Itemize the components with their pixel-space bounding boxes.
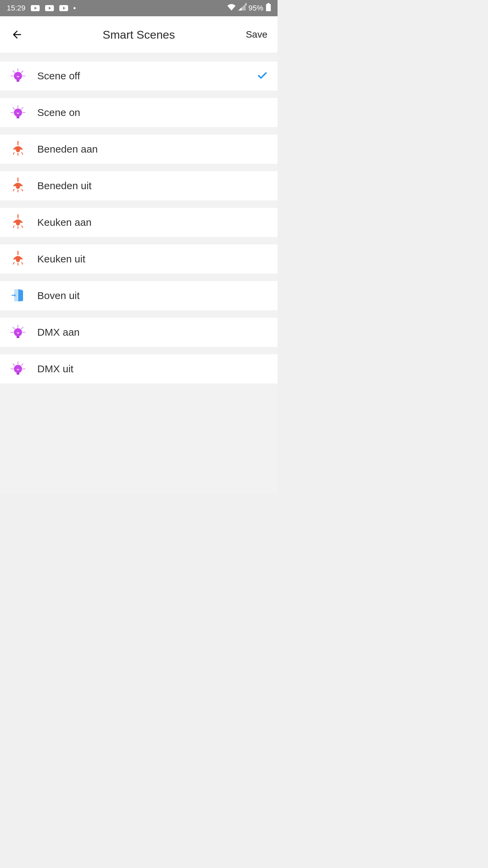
scene-label: Scene on [37,107,80,118]
lamp-orange-icon [9,214,26,231]
lamp-orange-icon [9,251,26,268]
arrow-left-icon [11,28,23,41]
scene-label: Beneden uit [37,180,92,192]
youtube-icon [59,5,68,11]
svg-rect-0 [267,3,269,4]
empty-space [0,383,278,494]
header: Smart Scenes Save [0,16,278,53]
scene-label: Beneden aan [37,143,98,155]
scene-row[interactable]: Boven uit [0,281,278,310]
scene-label: DMX aan [37,327,80,338]
status-bar: 15:29 x 95% [0,0,278,16]
battery-icon [266,3,271,13]
back-button[interactable] [10,28,24,41]
bulb-purple-icon [9,324,26,341]
lamp-orange-icon [9,177,26,194]
door-blue-icon [9,287,26,304]
lamp-orange-icon [9,141,26,158]
scene-row[interactable]: DMX uit [0,354,278,383]
scene-label: DMX uit [37,363,74,375]
cellular-icon: x [238,4,246,13]
scene-label: Keuken uit [37,253,85,265]
page-title: Smart Scenes [103,28,175,41]
scene-label: Scene off [37,70,80,82]
scene-row[interactable]: DMX aan [0,318,278,347]
scene-list: Scene offScene onBeneden aanBeneden uitK… [0,61,278,383]
scene-row[interactable]: Scene on [0,98,278,127]
battery-percent: 95% [248,4,263,13]
list-top-gap [0,53,278,61]
scene-row[interactable]: Beneden aan [0,135,278,164]
youtube-icon [31,5,40,11]
scene-row[interactable]: Beneden uit [0,171,278,200]
wifi-icon [227,4,236,13]
scene-label: Keuken aan [37,217,92,228]
save-button[interactable]: Save [246,29,267,40]
scene-row[interactable]: Keuken aan [0,208,278,237]
scene-label: Boven uit [37,290,80,301]
scene-row[interactable]: Scene off [0,61,278,91]
bulb-purple-icon [9,67,26,84]
svg-rect-1 [266,4,271,11]
more-notifications-dot [74,7,76,9]
scene-row[interactable]: Keuken uit [0,244,278,274]
check-icon [257,71,268,81]
status-time: 15:29 [7,4,25,13]
bulb-purple-icon [9,360,26,377]
youtube-icon [45,5,54,11]
bulb-purple-icon [9,104,26,121]
